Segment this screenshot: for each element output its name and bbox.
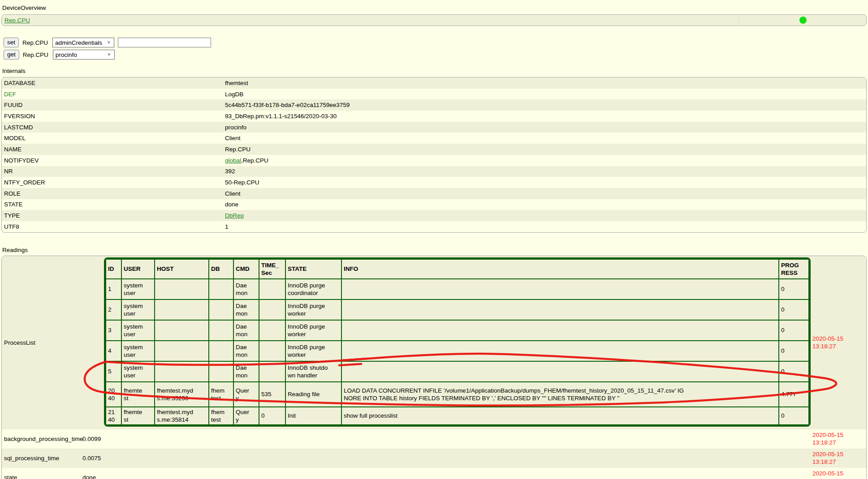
process-row: 21 40fhemte stfhemtest.myd s.me:35814fhe… xyxy=(106,407,809,425)
process-row: 5system userDae monInnoDB shutdo wn hand… xyxy=(106,361,809,382)
reading-value: done xyxy=(82,474,812,479)
process-cell: LOAD DATA CONCURRENT INFILE '/volume1/Ap… xyxy=(341,382,779,407)
process-cell xyxy=(259,299,285,320)
reading-name: background_processing_time xyxy=(2,436,82,442)
internal-value: 5c44b571-f33f-b178-bda7-e02ca11759ee3759 xyxy=(225,102,866,108)
set-value-input[interactable] xyxy=(118,38,211,47)
command-area: set Rep.CPU adminCredentials ∨ get Rep.C… xyxy=(4,38,868,60)
process-cell: 2 xyxy=(106,299,121,320)
device-cell: Rep.CPU xyxy=(2,17,739,24)
process-cell: 0 xyxy=(779,279,809,299)
get-arg-selected-value: procinfo xyxy=(56,51,77,58)
process-cell: system user xyxy=(121,279,155,299)
internal-key: NR xyxy=(2,168,225,175)
process-cell: InnoDB purge worker xyxy=(285,320,341,341)
device-overview-bar: Rep.CPU xyxy=(1,14,867,26)
process-cell: 4 xyxy=(106,341,121,361)
internal-key: MODEL xyxy=(2,135,225,141)
internal-key: NTFY_ORDER xyxy=(2,179,225,186)
process-header-cell: INFO xyxy=(341,259,779,279)
process-cell xyxy=(341,341,779,361)
internal-row: NTFY_ORDER50-Rep.CPU xyxy=(2,177,866,188)
internal-row: STATEdone xyxy=(2,199,866,210)
internal-key: FUUID xyxy=(2,102,225,108)
process-cell: Init xyxy=(285,407,341,425)
reading-timestamp: 2020-05-15 13:18:27 xyxy=(812,470,866,479)
internal-row: UTF81 xyxy=(2,221,866,232)
set-arg-select[interactable]: adminCredentials ∨ xyxy=(52,38,114,47)
process-cell: 3 xyxy=(106,320,121,341)
reading-row: statedone2020-05-15 13:18:27 xyxy=(2,468,866,479)
process-cell: Dae mon xyxy=(233,341,259,361)
process-cell: fhemtest.myd s.me:35250 xyxy=(155,382,209,407)
process-cell: Quer y xyxy=(233,407,259,425)
get-arg-select[interactable]: procinfo ∨ xyxy=(53,50,115,60)
process-row: 1system userDae monInnoDB purge coordina… xyxy=(106,279,809,299)
internal-row: NR392 xyxy=(2,166,866,177)
get-row: get Rep.CPU procinfo ∨ xyxy=(4,50,868,60)
process-cell: 5 xyxy=(106,361,121,382)
process-cell xyxy=(155,341,209,361)
internal-value: 93_DbRep.pm:v1.1.1-s21546/2020-03-30 xyxy=(225,113,866,120)
internal-value: Rep.CPU xyxy=(225,146,866,153)
process-cell: Dae mon xyxy=(233,361,259,382)
process-cell xyxy=(259,341,285,361)
internal-value-text: fhemtest xyxy=(225,80,248,86)
process-cell xyxy=(259,320,285,341)
internal-key: NAME xyxy=(2,146,225,153)
internal-value-link[interactable]: global xyxy=(225,157,241,164)
set-arg-selected-value: adminCredentials xyxy=(55,39,102,46)
process-cell: system user xyxy=(121,361,155,382)
process-cell xyxy=(341,279,779,299)
device-link[interactable]: Rep.CPU xyxy=(4,17,30,24)
internal-value-text: Client xyxy=(225,135,241,141)
process-cell: Dae mon xyxy=(233,320,259,341)
reading-value: IDUSERHOSTDBCMDTIME_ SecSTATEINFOPROG RE… xyxy=(82,256,812,429)
set-button[interactable]: set xyxy=(4,38,19,47)
internal-key: FVERSION xyxy=(2,113,225,120)
internal-value-text: ,Rep.CPU xyxy=(241,157,268,164)
process-cell xyxy=(155,279,209,299)
process-cell: Dae mon xyxy=(233,299,259,320)
internal-row: DATABASEfhemtest xyxy=(2,77,866,89)
internal-key: UTF8 xyxy=(2,223,225,230)
chevron-down-icon: ∨ xyxy=(107,40,111,45)
reading-name: state xyxy=(2,474,82,479)
process-cell xyxy=(341,299,779,320)
internal-value-text: 392 xyxy=(225,168,235,175)
internal-value: LogDB xyxy=(225,91,866,98)
readings-section-label: Readings xyxy=(2,247,868,254)
process-cell: InnoDB purge worker xyxy=(285,341,341,361)
internal-key: DEF xyxy=(2,91,225,98)
internal-value-text: 93_DbRep.pm:v1.1.1-s21546/2020-03-30 xyxy=(225,113,337,120)
process-cell: InnoDB shutdo wn handler xyxy=(285,361,341,382)
internal-row: FUUID5c44b571-f33f-b178-bda7-e02ca11759e… xyxy=(2,99,866,111)
process-cell: system user xyxy=(121,341,155,361)
internals-box: DATABASEfhemtestDEFLogDBFUUID5c44b571-f3… xyxy=(1,77,867,233)
internal-value-link[interactable]: DbRep xyxy=(225,212,244,219)
process-cell: 0 xyxy=(779,320,809,341)
internal-value-text: 50-Rep.CPU xyxy=(225,179,259,186)
process-cell: fhem test xyxy=(209,382,233,407)
internal-value-text: 1 xyxy=(225,223,229,230)
internal-value: Client xyxy=(225,190,866,197)
internal-value-text: 5c44b571-f33f-b178-bda7-e02ca11759ee3759 xyxy=(225,102,350,108)
process-header-cell: HOST xyxy=(155,259,209,279)
internal-value: 50-Rep.CPU xyxy=(225,179,866,186)
internal-value: 392 xyxy=(225,168,866,175)
get-button[interactable]: get xyxy=(4,50,19,60)
process-header-cell: DB xyxy=(209,259,233,279)
process-cell: fhemtest.myd s.me:35814 xyxy=(155,407,209,425)
internal-row: FVERSION93_DbRep.pm:v1.1.1-s21546/2020-0… xyxy=(2,111,866,122)
internal-value: global,Rep.CPU xyxy=(225,157,866,164)
process-header-row: IDUSERHOSTDBCMDTIME_ SecSTATEINFOPROG RE… xyxy=(106,259,809,279)
process-cell: Quer y xyxy=(233,382,259,407)
internal-value: 1 xyxy=(225,223,866,230)
process-table: IDUSERHOSTDBCMDTIME_ SecSTATEINFOPROG RE… xyxy=(105,259,809,425)
process-row: 2system userDae monInnoDB purge worker0 xyxy=(106,299,809,320)
reading-value: 0.0099 xyxy=(82,436,812,442)
process-cell xyxy=(259,361,285,382)
internal-key: STATE xyxy=(2,201,225,208)
process-cell: 0 xyxy=(779,361,809,382)
process-cell xyxy=(209,320,233,341)
